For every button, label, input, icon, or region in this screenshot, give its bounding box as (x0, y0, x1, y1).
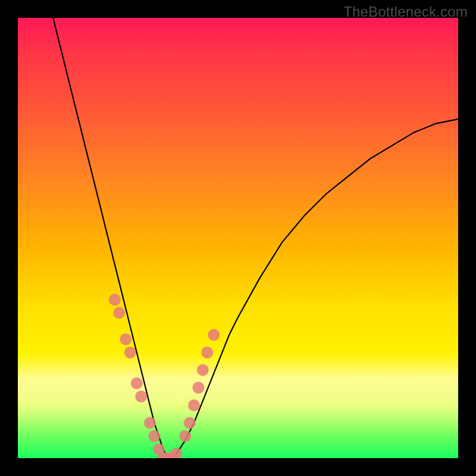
highlight-dots-group (109, 294, 220, 458)
highlight-dot (170, 448, 182, 458)
highlight-dot (184, 417, 196, 429)
highlight-dot (120, 333, 131, 345)
chart-svg (18, 18, 458, 458)
bottleneck-curve-line (53, 18, 458, 458)
highlight-dot (124, 346, 136, 358)
plot-area (18, 18, 458, 458)
highlight-dot (148, 430, 160, 442)
highlight-dot (197, 364, 209, 376)
highlight-dot (109, 294, 121, 306)
highlight-dot (179, 430, 191, 442)
highlight-dot (208, 329, 220, 341)
chart-frame: TheBottleneck.com (0, 0, 476, 476)
highlight-dot (113, 307, 125, 319)
watermark-text: TheBottleneck.com (343, 4, 468, 20)
highlight-dot (201, 346, 213, 358)
highlight-dot (135, 390, 147, 402)
highlight-dot (144, 417, 156, 429)
highlight-dot (192, 382, 204, 394)
highlight-dot (131, 377, 143, 389)
highlight-dot (188, 399, 200, 411)
